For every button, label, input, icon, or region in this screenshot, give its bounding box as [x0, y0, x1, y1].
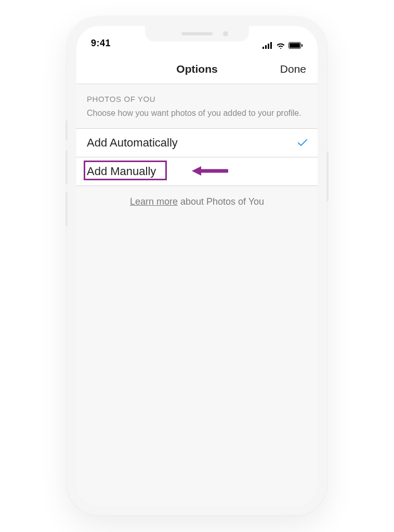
annotation-arrow-icon: [192, 165, 228, 180]
option-label: Add Manually: [87, 165, 156, 178]
empty-area: [76, 218, 318, 506]
cellular-signal-icon: [262, 42, 273, 49]
footer-text: Learn more about Photos of You: [76, 186, 318, 218]
svg-rect-6: [301, 44, 303, 47]
section-description: Choose how you want photos of you added …: [87, 108, 307, 119]
svg-rect-5: [290, 43, 300, 48]
power-button: [326, 152, 329, 201]
svg-rect-1: [265, 45, 267, 49]
svg-rect-0: [262, 47, 264, 49]
navigation-bar: Options Done: [76, 54, 318, 84]
page-title: Options: [176, 63, 217, 75]
battery-icon: [288, 42, 303, 49]
svg-rect-2: [268, 44, 269, 49]
phone-notch: [145, 26, 249, 42]
learn-more-link[interactable]: Learn more: [130, 196, 178, 207]
checkmark-icon: [298, 136, 307, 150]
svg-rect-3: [270, 42, 272, 49]
volume-up-button: [65, 151, 68, 184]
section-header-block: PHOTOS OF YOU Choose how you want photos…: [76, 84, 318, 129]
speaker-grille: [181, 32, 213, 35]
svg-marker-8: [192, 166, 201, 176]
front-camera: [223, 31, 228, 36]
footer-suffix: about Photos of You: [178, 196, 264, 207]
done-button[interactable]: Done: [280, 63, 306, 75]
option-add-manually[interactable]: Add Manually: [76, 157, 318, 186]
section-title: PHOTOS OF YOU: [87, 95, 307, 103]
phone-frame: 9:41 Options Done PHOTOS OF YOU Ch: [67, 17, 327, 515]
volume-down-button: [65, 192, 68, 226]
side-button: [65, 121, 68, 140]
wifi-icon: [276, 42, 285, 49]
status-time: 9:41: [91, 38, 111, 49]
phone-screen: 9:41 Options Done PHOTOS OF YOU Ch: [76, 26, 318, 506]
status-icons: [262, 42, 303, 49]
option-add-automatically[interactable]: Add Automatically: [76, 129, 318, 157]
option-label: Add Automatically: [87, 136, 178, 150]
